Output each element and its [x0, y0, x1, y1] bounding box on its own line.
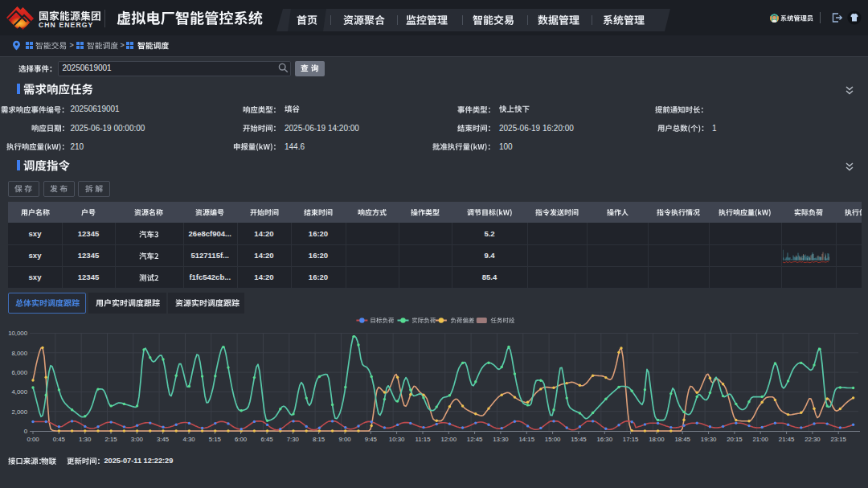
svg-text:3:00: 3:00 [131, 436, 144, 443]
svg-text:8,000: 8,000 [11, 350, 27, 357]
svg-text:8:15: 8:15 [313, 436, 326, 443]
svg-text:2,000: 2,000 [11, 408, 27, 416]
svg-text:0:45: 0:45 [53, 436, 66, 443]
svg-text:20:15: 20:15 [727, 436, 743, 443]
svg-text:11:15: 11:15 [416, 436, 432, 443]
svg-text:19:30: 19:30 [701, 436, 717, 443]
svg-text:21:45: 21:45 [779, 436, 795, 443]
svg-text:12:00: 12:00 [441, 436, 457, 443]
svg-text:4:30: 4:30 [182, 436, 195, 443]
svg-text:1:30: 1:30 [79, 436, 92, 443]
svg-text:13:30: 13:30 [493, 436, 509, 443]
svg-text:6:45: 6:45 [260, 436, 273, 443]
svg-text:16:30: 16:30 [597, 436, 613, 443]
svg-text:9:45: 9:45 [365, 436, 378, 443]
svg-text:22:30: 22:30 [805, 436, 821, 443]
svg-text:23:15: 23:15 [830, 436, 846, 443]
svg-text:10:30: 10:30 [389, 436, 405, 443]
svg-text:6:00: 6:00 [235, 436, 248, 443]
svg-text:21:00: 21:00 [752, 436, 768, 443]
svg-text:18:00: 18:00 [649, 436, 665, 443]
svg-text:0:00: 0:00 [27, 436, 39, 443]
svg-text:7:30: 7:30 [287, 436, 300, 443]
svg-text:3:45: 3:45 [157, 436, 170, 443]
svg-text:6,000: 6,000 [11, 369, 27, 376]
svg-text:0: 0 [24, 428, 28, 435]
svg-text:4,000: 4,000 [11, 388, 27, 396]
svg-text:18:45: 18:45 [674, 436, 690, 443]
svg-text:15:00: 15:00 [545, 436, 561, 443]
svg-text:9:00: 9:00 [338, 436, 351, 443]
svg-text:12:45: 12:45 [467, 436, 483, 443]
svg-text:17:15: 17:15 [623, 436, 639, 443]
svg-text:2:15: 2:15 [104, 436, 117, 443]
svg-text:14:15: 14:15 [519, 436, 535, 443]
svg-text:5:15: 5:15 [209, 436, 222, 443]
svg-text:10,000: 10,000 [8, 330, 28, 337]
svg-text:15:45: 15:45 [571, 436, 587, 443]
